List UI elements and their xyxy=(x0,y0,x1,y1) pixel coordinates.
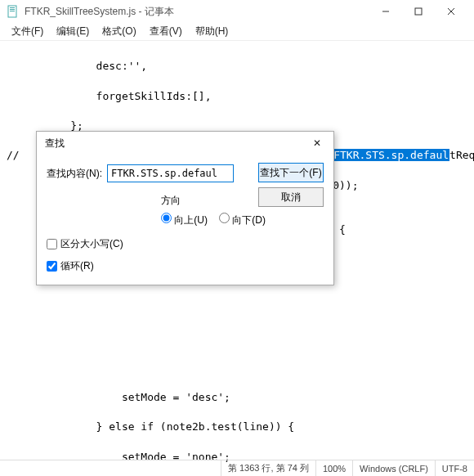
window-title: FTKR_SkillTreeSystem.js - 记事本 xyxy=(25,5,369,19)
find-dialog: 查找 ✕ 查找内容(N): 查找下一个(F) 取消 方向 向上(U) 向下(D)… xyxy=(36,131,334,285)
code-line: desc:'', xyxy=(7,59,467,74)
find-input[interactable] xyxy=(107,164,234,182)
direction-up[interactable]: 向上(U) xyxy=(161,213,208,227)
notepad-icon xyxy=(7,5,20,18)
menu-bar: 文件(F) 编辑(E) 格式(O) 查看(V) 帮助(H) xyxy=(0,23,474,41)
status-position: 第 1363 行, 第 74 列 xyxy=(221,460,315,476)
status-eol: Windows (CRLF) xyxy=(352,460,435,476)
cancel-button[interactable]: 取消 xyxy=(258,187,324,207)
menu-format[interactable]: 格式(O) xyxy=(97,23,141,40)
menu-help[interactable]: 帮助(H) xyxy=(190,23,234,40)
title-bar: FTKR_SkillTreeSystem.js - 记事本 xyxy=(0,0,474,23)
find-content-label: 查找内容(N): xyxy=(47,167,102,181)
wrap-checkbox[interactable]: 循环(R) xyxy=(47,259,324,273)
menu-file[interactable]: 文件(F) xyxy=(7,23,48,40)
selected-text: FTKR.STS.sp.defaul xyxy=(333,149,449,161)
maximize-button[interactable] xyxy=(402,0,435,23)
code-line: } else if (note2b.test(line)) { xyxy=(7,420,467,434)
minimize-button[interactable] xyxy=(369,0,402,23)
svg-rect-1 xyxy=(10,7,15,8)
find-next-button[interactable]: 查找下一个(F) xyxy=(258,163,324,182)
close-button[interactable] xyxy=(435,0,467,23)
match-case-checkbox[interactable]: 区分大小写(C) xyxy=(47,237,324,251)
svg-rect-5 xyxy=(415,8,422,15)
code-line: forgetSkillIds:[], xyxy=(7,89,467,104)
status-encoding: UTF-8 xyxy=(435,460,474,476)
menu-view[interactable]: 查看(V) xyxy=(145,23,187,40)
status-bar: 第 1363 行, 第 74 列 100% Windows (CRLF) UTF… xyxy=(0,460,474,476)
find-close-button[interactable]: ✕ xyxy=(309,137,325,149)
svg-rect-2 xyxy=(10,9,15,10)
code-line: setMode = 'desc'; xyxy=(7,390,467,405)
direction-down[interactable]: 向下(D) xyxy=(219,213,266,227)
status-zoom: 100% xyxy=(315,460,352,476)
svg-rect-3 xyxy=(10,11,15,11)
menu-edit[interactable]: 编辑(E) xyxy=(51,23,94,40)
find-dialog-title: 查找 xyxy=(45,137,309,150)
